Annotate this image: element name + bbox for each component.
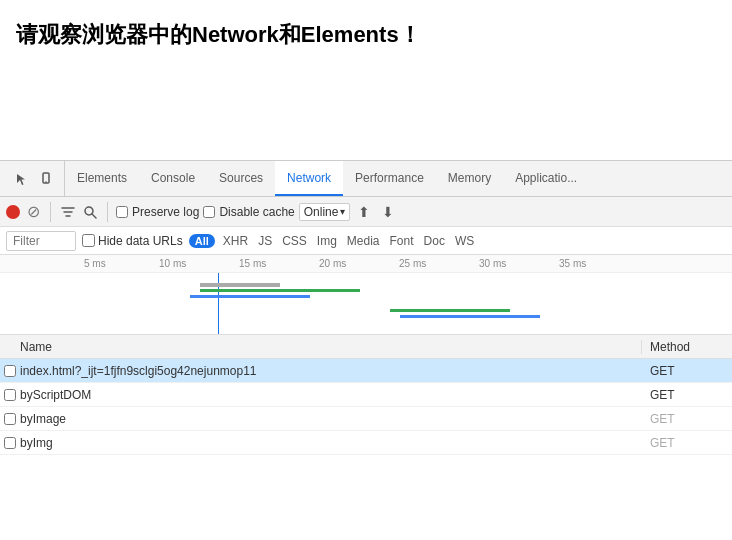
import-har-button[interactable]: ⬆	[354, 204, 374, 220]
tab-performance[interactable]: Performance	[343, 161, 436, 196]
row-1-method: GET	[642, 364, 732, 378]
filter-css[interactable]: CSS	[280, 234, 309, 248]
chevron-down-icon: ▾	[340, 206, 345, 217]
column-method: Method	[642, 340, 732, 354]
filter-all-button[interactable]: All	[189, 234, 215, 248]
timeline-bars	[0, 273, 732, 335]
search-icon[interactable]	[81, 203, 99, 221]
table-row[interactable]: index.html?_ijt=1fjfn9sclgi5og42nejunmop…	[0, 359, 732, 383]
timeline-bar-1-green	[200, 289, 360, 292]
tick-5ms-label: 5 ms	[80, 258, 155, 269]
filter-js[interactable]: JS	[256, 234, 274, 248]
filter-input[interactable]	[6, 231, 76, 251]
filter-bar: Hide data URLs All XHR JS CSS Img Media …	[0, 227, 732, 255]
filter-font[interactable]: Font	[388, 234, 416, 248]
svg-line-3	[92, 214, 96, 218]
row-1-checkbox[interactable]	[0, 365, 20, 377]
hide-data-urls-label[interactable]: Hide data URLs	[82, 234, 183, 248]
tab-elements[interactable]: Elements	[65, 161, 139, 196]
page-title: 请观察浏览器中的Network和Elements！	[16, 20, 421, 50]
tab-application[interactable]: Applicatio...	[503, 161, 589, 196]
separator-1	[50, 202, 51, 222]
row-2-method: GET	[642, 388, 732, 402]
row-4-method: GET	[642, 436, 732, 450]
tick-15ms-label: 15 ms	[235, 258, 315, 269]
export-har-button[interactable]: ⬇	[378, 204, 398, 220]
mobile-icon[interactable]	[36, 169, 56, 189]
filter-ws[interactable]: WS	[453, 234, 476, 248]
column-name: Name	[0, 340, 642, 354]
tab-console[interactable]: Console	[139, 161, 207, 196]
separator-2	[107, 202, 108, 222]
disable-cache-checkbox[interactable]	[203, 206, 215, 218]
svg-rect-1	[45, 181, 47, 182]
tick-10ms-label: 10 ms	[155, 258, 235, 269]
table-row[interactable]: byScriptDOM GET	[0, 383, 732, 407]
tabs-list: Elements Console Sources Network Perform…	[65, 161, 728, 196]
tick-35ms-label: 35 ms	[555, 258, 635, 269]
clear-button[interactable]: ⊘	[24, 203, 42, 221]
tab-memory[interactable]: Memory	[436, 161, 503, 196]
tick-30ms-label: 30 ms	[475, 258, 555, 269]
timeline-ruler: 5 ms 10 ms 15 ms 20 ms 25 ms 30 ms 35 ms	[0, 255, 732, 273]
filter-media[interactable]: Media	[345, 234, 382, 248]
hide-data-urls-checkbox[interactable]	[82, 234, 95, 247]
filter-img[interactable]: Img	[315, 234, 339, 248]
preserve-log-label[interactable]: Preserve log	[116, 205, 199, 219]
row-3-method: GET	[642, 412, 732, 426]
timeline-bar-2-blue	[400, 315, 540, 318]
devtools-panel: Elements Console Sources Network Perform…	[0, 160, 732, 455]
row-3-name: byImage	[20, 412, 642, 426]
record-button[interactable]	[6, 205, 20, 219]
throttle-select[interactable]: Online ▾	[299, 203, 351, 221]
tab-icons	[4, 161, 65, 196]
preserve-log-checkbox[interactable]	[116, 206, 128, 218]
table-row[interactable]: byImg GET	[0, 431, 732, 455]
timeline-bar-1-gray	[200, 283, 280, 287]
table-row[interactable]: byImage GET	[0, 407, 732, 431]
timeline-bar-1-blue	[190, 295, 310, 298]
timeline-bar-2-green	[390, 309, 510, 312]
row-4-name: byImg	[20, 436, 642, 450]
row-4-checkbox[interactable]	[0, 437, 20, 449]
row-2-name: byScriptDOM	[20, 388, 642, 402]
tick-20ms-label: 20 ms	[315, 258, 395, 269]
network-table: Name Method index.html?_ijt=1fjfn9sclgi5…	[0, 335, 732, 455]
row-3-checkbox[interactable]	[0, 413, 20, 425]
tab-sources[interactable]: Sources	[207, 161, 275, 196]
table-header: Name Method	[0, 335, 732, 359]
disable-cache-label[interactable]: Disable cache	[203, 205, 294, 219]
timeline-area: 5 ms 10 ms 15 ms 20 ms 25 ms 30 ms 35 ms	[0, 255, 732, 335]
tick-25ms-label: 25 ms	[395, 258, 475, 269]
network-toolbar: ⊘ Preserve log Disable cache Onli	[0, 197, 732, 227]
row-1-name: index.html?_ijt=1fjfn9sclgi5og42nejunmop…	[20, 364, 642, 378]
filter-doc[interactable]: Doc	[422, 234, 447, 248]
row-2-checkbox[interactable]	[0, 389, 20, 401]
tab-network[interactable]: Network	[275, 161, 343, 196]
filter-xhr[interactable]: XHR	[221, 234, 250, 248]
cursor-icon[interactable]	[12, 169, 32, 189]
filter-icon[interactable]	[59, 203, 77, 221]
tabs-bar: Elements Console Sources Network Perform…	[0, 161, 732, 197]
page-content: 请观察浏览器中的Network和Elements！	[0, 0, 732, 160]
